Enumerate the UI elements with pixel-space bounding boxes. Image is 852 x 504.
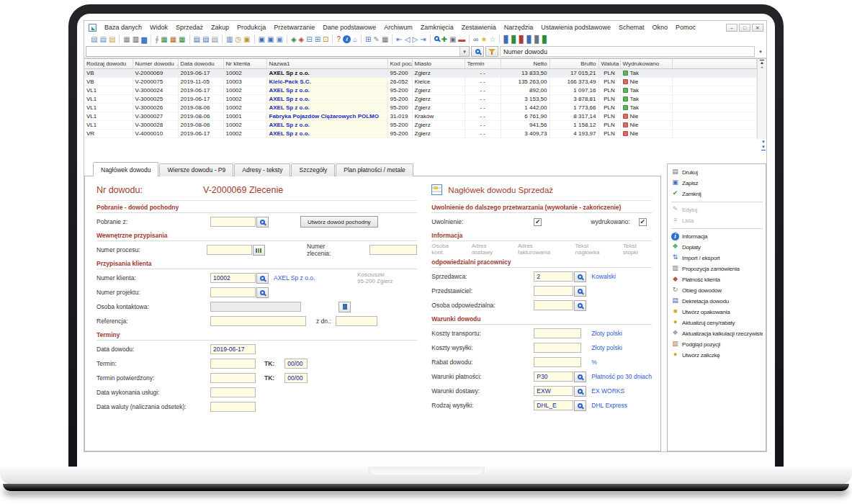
attachment-button[interactable]: ∮ (155, 35, 158, 44)
cell-numer[interactable]: V-4000010 (133, 129, 178, 138)
journal-copy-button[interactable]: ▤ (211, 35, 218, 44)
sidebar-item-dop-aty[interactable]: ❖Dopłaty (671, 242, 763, 253)
cell-kod[interactable]: 95-200 (387, 103, 412, 112)
column-header-wydrukowano[interactable]: Wydrukowano (620, 59, 672, 68)
column-header-rodzaj-dowodu[interactable]: Rodzaj dowodu (84, 59, 133, 68)
cell-klient[interactable]: 10003 (223, 77, 266, 86)
tab-adresy-teksty[interactable]: Adresy - teksty (234, 163, 290, 176)
save-close-button[interactable]: ▣ (276, 35, 282, 44)
uwolnienie-checkbox[interactable] (534, 218, 542, 226)
menu-dane-podstawowe[interactable]: Dane podstawowe (323, 24, 376, 31)
cell-wydrukowano[interactable]: Nie (620, 129, 672, 138)
info-link-adres-dostawy[interactable]: Adres dostawy (472, 243, 508, 256)
create-derived-document-button[interactable]: Utwórz dowód pochodny (300, 216, 378, 228)
dostawa-lookup-button[interactable] (574, 386, 586, 397)
cell-rodzaj[interactable]: VR (84, 129, 133, 138)
przedstawiciel-lookup-button[interactable] (574, 286, 586, 297)
sidebar-item-utw-rz-zaliczk[interactable]: ●Utwórz zaliczkę (671, 350, 763, 361)
remove-button[interactable]: ▬ (458, 35, 465, 44)
cell-numer[interactable]: V-3000028 (133, 120, 178, 129)
minimize-button[interactable]: – (726, 24, 737, 32)
sidebar-item-zapisz[interactable]: ▣Zapisz (671, 178, 763, 189)
print-button[interactable]: ▦ (123, 35, 130, 44)
wysylka-currency-link[interactable]: Złoty polski (591, 344, 622, 351)
cell-numer[interactable]: V-2000075 (133, 77, 178, 86)
menu-zestawienia[interactable]: Zestawienia (462, 24, 496, 31)
cell-waluta[interactable]: PLN (598, 86, 620, 94)
cell-numer[interactable]: V-3000027 (133, 112, 178, 120)
sprzedawca-lookup-button[interactable] (574, 271, 586, 282)
cell-kod[interactable]: 95-200 (387, 129, 412, 138)
cell-nazwa[interactable]: AXEL Sp z o.o. (266, 120, 387, 129)
data-waluty-input[interactable] (210, 402, 256, 412)
referencja-input[interactable] (210, 316, 306, 326)
table-export-button[interactable]: ▦ (170, 35, 176, 44)
filter-combobox[interactable]: ▾ (86, 46, 470, 57)
cell-klient[interactable]: 10002 (223, 129, 266, 138)
scroll-bottom-icon[interactable]: ▼ (761, 145, 766, 150)
cell-data[interactable]: 2019-11-05 (178, 77, 223, 86)
cell-waluta[interactable]: PLN (598, 68, 620, 77)
cell-netto[interactable]: 135 263,00 (501, 77, 550, 86)
sidebar-item-obieg-dowod-w[interactable]: ↻Obieg dowodów (671, 285, 763, 296)
search-button[interactable] (434, 35, 439, 42)
cell-netto[interactable]: 3 409,73 (501, 129, 550, 138)
pobranie-input[interactable] (210, 217, 256, 227)
search-button[interactable] (471, 46, 484, 57)
rabat-input[interactable] (534, 357, 581, 367)
table-row[interactable]: VRV-40000102019-06-1710002AXEL Sp z o.o.… (84, 129, 757, 138)
platnosc-lookup-button[interactable] (574, 372, 586, 382)
chevron-down-icon[interactable]: ▾ (459, 47, 469, 56)
menu-przetwarzanie[interactable]: Przetwarzanie (274, 24, 315, 31)
cell-netto[interactable]: 6 761,90 (501, 112, 550, 120)
scroll-down-icon[interactable]: ▼ (761, 140, 766, 145)
tab-plan-p-atno-ci-metale[interactable]: Plan płatności / metale (336, 163, 413, 176)
sidebar-item-propozycja-zam-wienia[interactable]: ▥Propozycja zamówienia (671, 264, 763, 274)
cell-kod[interactable]: 95-200 (387, 120, 412, 129)
rodzaj-wysylki-name-link[interactable]: DHL Express (591, 402, 627, 409)
column-header-miasto[interactable]: Miasto (412, 59, 465, 68)
cell-klient[interactable]: 10002 (223, 94, 266, 103)
vertical-scrollbar[interactable]: ▲ ˄ (757, 59, 766, 139)
cell-termin[interactable]: - - (465, 86, 501, 94)
favorite-button[interactable]: ★ (481, 35, 488, 44)
platnosc-name-link[interactable]: Płatność po 30 dniach (591, 373, 652, 380)
dostawa-name-link[interactable]: EX WORKS (591, 387, 624, 395)
cell-data[interactable]: 2019-08-06 (178, 120, 223, 129)
tk2-input[interactable] (284, 373, 308, 383)
menu-okno[interactable]: Okno (652, 24, 668, 31)
sidebar-item-podgl-d-pozycji[interactable]: ▥Podgląd pozycji (671, 339, 763, 350)
cell-netto[interactable]: 3 153,50 (501, 94, 550, 103)
cell-data[interactable]: 2019-08-06 (178, 103, 223, 112)
cell-brutto[interactable]: 8 317,14 (550, 112, 598, 120)
cell-wydrukowano[interactable]: Tak (620, 68, 672, 77)
sidebar-item-zamknij[interactable]: ✔Zamknij (671, 189, 763, 199)
scroll-up-icon[interactable]: ˄ (761, 66, 763, 70)
cell-brutto[interactable]: 4 193,97 (550, 129, 598, 138)
cell-termin[interactable]: - - (465, 120, 501, 129)
columns-button[interactable]: ⊞ (315, 35, 320, 44)
data-dowodu-input[interactable] (210, 344, 256, 354)
sprzedawca-input[interactable] (534, 271, 573, 282)
cell-kod[interactable]: 31-019 (387, 112, 412, 120)
lookup-button[interactable] (256, 217, 269, 228)
cell-termin[interactable]: - - (465, 112, 501, 120)
cell-brutto[interactable]: 166 373,49 (550, 77, 598, 86)
osoba-odpowiedzialna-lookup-button[interactable] (574, 300, 586, 311)
menu-schemat[interactable]: Schemat (619, 24, 645, 31)
cell-kod[interactable]: 26-052 (387, 77, 412, 86)
rodzaj-wysylki-lookup-button[interactable] (574, 400, 586, 411)
cell-nazwa[interactable]: AXEL Sp z o.o. (266, 103, 387, 112)
sidebar-item-informacja[interactable]: iInformacja (671, 231, 763, 242)
add-favorite-button[interactable]: ☆ (489, 35, 495, 44)
scroll-top-icon[interactable]: ▲ (760, 60, 764, 65)
nav-last-button[interactable]: ⇥ (420, 35, 426, 44)
cell-rodzaj[interactable]: VB (84, 68, 133, 77)
contact-picker-button[interactable] (338, 302, 351, 312)
column-header-data-dowodu[interactable]: Data dowodu (178, 59, 223, 68)
cell-waluta[interactable]: PLN (598, 103, 620, 112)
table-row[interactable]: VL1V-30000242019-06-1710002AXEL Sp z o.o… (84, 86, 757, 94)
column-header-kod-poczto[interactable]: Kod poczto (387, 59, 412, 68)
cell-klient[interactable]: 10002 (223, 120, 266, 129)
cell-data[interactable]: 2019-06-17 (178, 68, 223, 77)
